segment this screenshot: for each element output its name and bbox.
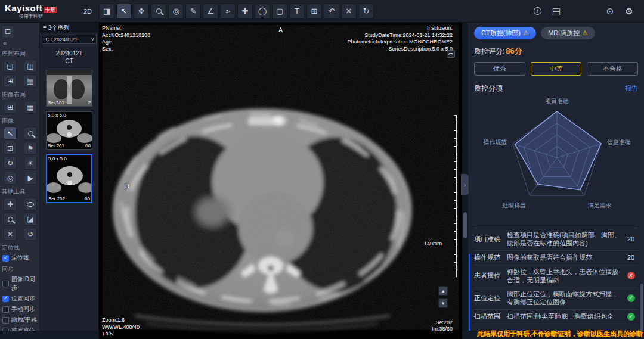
qc-score: 质控评分:86分 bbox=[474, 46, 638, 57]
other-eraser-tool[interactable]: ◪ bbox=[24, 213, 37, 226]
study-selector-value: ,CT,20240121 bbox=[44, 36, 78, 42]
other-comment-tool[interactable] bbox=[24, 198, 37, 211]
series-position-overlay: Se:202 Im:38/60 bbox=[432, 319, 453, 333]
top-toolbar: Kayisoft 卡耀 仅用于科研 2D ◨ ↖ ✥ ◎ ✎ ∠ ➣ ✚ ◯ ▢… bbox=[0, 0, 644, 23]
window-level-tool[interactable]: ◨ bbox=[99, 4, 114, 19]
undo-tool[interactable]: ↶ bbox=[324, 4, 339, 19]
sync-zoom-pan-label: 缩放/平移 bbox=[11, 316, 37, 324]
about-icon[interactable]: ⊙ bbox=[602, 4, 618, 19]
grade-medium-button[interactable]: 中等 bbox=[531, 62, 582, 76]
section-title-series-layout: 序列布局 bbox=[0, 48, 39, 58]
main-viewport[interactable]: PName: AccNO:2401210200 Age: Sex: Instit… bbox=[99, 23, 462, 339]
probe-tool[interactable]: ➣ bbox=[220, 4, 236, 19]
image-target-tool[interactable]: ◎ bbox=[4, 172, 17, 185]
info-icon[interactable]: i bbox=[530, 4, 545, 19]
image-flag-tool[interactable]: ⚑ bbox=[24, 142, 37, 155]
other-close-tool[interactable]: ✕ bbox=[4, 228, 17, 241]
series-count-label: 3个序列 bbox=[48, 24, 70, 32]
series-thumbnail-202[interactable]: 5.0 x 5.0 Ser:202 60 bbox=[46, 154, 92, 203]
add-tool[interactable]: ✚ bbox=[237, 4, 253, 19]
tab-ct-lung-qc[interactable]: CT质控(肺部) ⚠ bbox=[474, 27, 536, 39]
sync-image-id-row[interactable]: 图像ID同步 bbox=[0, 274, 39, 293]
section-title-localizer: 定位线 bbox=[0, 242, 39, 253]
pointer-tool[interactable]: ↖ bbox=[116, 4, 132, 19]
qc-panel-scrollbar[interactable] bbox=[640, 284, 643, 331]
collapse-panel-button[interactable]: « bbox=[1, 39, 12, 46]
ellipse-tool[interactable]: ◯ bbox=[255, 4, 270, 19]
tab-mri-brain-qc[interactable]: MRI脑质控 ⚠ bbox=[541, 27, 595, 39]
slice-down-button[interactable]: ▾ bbox=[438, 298, 448, 308]
ruler-length-label: 140mm bbox=[424, 241, 442, 247]
sync-position-label: 位置同步 bbox=[11, 294, 35, 303]
viewport-scrollbar-handle[interactable] bbox=[463, 212, 467, 238]
qc-table-scrollbar[interactable] bbox=[469, 254, 470, 331]
pass-icon: ✓ bbox=[627, 294, 635, 302]
study-selector-dropdown[interactable]: ,CT,20240121 ˅ bbox=[42, 35, 97, 44]
sync-position-row[interactable]: 位置同步 bbox=[0, 293, 39, 304]
text-tool[interactable]: T bbox=[289, 4, 305, 19]
angle-tool[interactable]: ∠ bbox=[203, 4, 218, 19]
rectangle-tool[interactable]: ▢ bbox=[272, 4, 287, 19]
zoom-tool[interactable] bbox=[151, 4, 166, 19]
study-info-overlay: Institusion: StudyDateTime:2024-01-21 14… bbox=[347, 25, 453, 53]
image-magnifier-tool[interactable] bbox=[24, 127, 37, 140]
grade-excellent-button[interactable]: 优秀 bbox=[474, 62, 525, 76]
qc-table-row: 操作规范 图像的获取是否符合操作规范 20 bbox=[474, 251, 638, 265]
layout-3x3-button[interactable]: ▦ bbox=[24, 74, 37, 88]
layout-2x2-button[interactable]: ⊞ bbox=[4, 74, 17, 88]
image-layout-2x2-button[interactable]: ⊞ bbox=[4, 101, 17, 114]
comment-icon bbox=[27, 202, 34, 207]
rotate-tool[interactable]: ↻ bbox=[358, 4, 374, 19]
ct-axial-image bbox=[99, 23, 462, 339]
svg-text:操作规范: 操作规范 bbox=[483, 139, 507, 145]
panel-toggle-icon[interactable]: ⊟ bbox=[1, 25, 14, 38]
image-brightness-tool[interactable]: ☀ bbox=[24, 157, 37, 170]
sync-window-row[interactable]: 窗宽窗位 bbox=[0, 325, 39, 331]
expand-panel-tab[interactable]: › bbox=[461, 174, 469, 195]
sync-manual-label: 手动同步 bbox=[11, 305, 35, 313]
slice-up-button[interactable]: ▴ bbox=[438, 286, 448, 296]
report-link[interactable]: 报告 bbox=[625, 84, 638, 93]
settings-gear-icon[interactable]: ⚙ bbox=[621, 4, 637, 19]
layout-1x1-button[interactable]: ▢ bbox=[4, 60, 17, 73]
sync-zoom-pan-checkbox[interactable] bbox=[2, 317, 9, 324]
sync-image-id-checkbox[interactable] bbox=[2, 281, 9, 287]
chevron-down-icon: ˅ bbox=[91, 36, 94, 42]
sync-position-checkbox[interactable] bbox=[2, 296, 9, 302]
pan-tool[interactable]: ✥ bbox=[134, 4, 149, 19]
sync-manual-checkbox[interactable] bbox=[2, 306, 9, 313]
svg-text:处理得当: 处理得当 bbox=[502, 202, 526, 209]
other-reset-tool[interactable]: ↺ bbox=[24, 228, 37, 241]
other-zoom-in-tool[interactable] bbox=[4, 213, 17, 226]
delete-tool[interactable]: ✕ bbox=[341, 4, 357, 19]
layout-1x2-button[interactable]: ◫ bbox=[24, 60, 37, 73]
sync-manual-row[interactable]: 手动同步 bbox=[0, 304, 39, 315]
link-sync-button[interactable] bbox=[447, 50, 455, 58]
report-edit-icon[interactable]: ▤ bbox=[549, 4, 564, 19]
image-layout-3x3-button[interactable]: ▦ bbox=[24, 101, 37, 114]
series-thumbnail-101[interactable]: Ser:101 2 bbox=[46, 70, 92, 107]
target-tool[interactable]: ◎ bbox=[168, 4, 184, 19]
thumbnail-image-count: 60 bbox=[85, 196, 90, 201]
left-tool-panel: ⊟ « 序列布局 ▢ ◫ ⊞ ▦ 图像布局 ⊞ ▦ 图像 ↖ ⊡ ⚑ ↻ ☀ ◎… bbox=[0, 23, 40, 331]
image-cine-play-tool[interactable]: ▶ bbox=[24, 172, 37, 185]
grade-unqualified-button[interactable]: 不合格 bbox=[587, 62, 638, 76]
sync-zoom-pan-row[interactable]: 缩放/平移 bbox=[0, 315, 39, 325]
localizer-checkbox-row[interactable]: 定位线 bbox=[0, 253, 39, 263]
patient-info-overlay: PName: AccNO:2401210200 Age: Sex: bbox=[102, 25, 150, 53]
other-add-tool[interactable]: ✚ bbox=[4, 198, 17, 211]
series-thumbnail-201[interactable]: 5.0 x 5.0 Ser:201 60 bbox=[46, 111, 92, 150]
image-rotate-tool[interactable]: ↻ bbox=[4, 157, 17, 170]
slice-stepper: ▴ ▾ bbox=[438, 286, 448, 308]
qc-panel: CT质控(肺部) ⚠ MRI脑质控 ⚠ 质控评分:86分 优秀 中等 不合格 质… bbox=[468, 23, 644, 331]
qc-score-label: 质控评分: bbox=[474, 47, 504, 55]
image-stack-tool[interactable]: ⊡ bbox=[4, 142, 17, 155]
section-title-sync: 同步 bbox=[0, 263, 39, 274]
layout-grid-tool[interactable]: ⊞ bbox=[306, 4, 322, 19]
image-pointer-tool[interactable]: ↖ bbox=[4, 127, 17, 140]
orientation-r-marker: R bbox=[125, 182, 129, 190]
thumbnail-series-number: Ser:201 bbox=[48, 143, 64, 148]
localizer-checkbox[interactable] bbox=[2, 255, 9, 262]
annotate-tool[interactable]: ✎ bbox=[185, 4, 201, 19]
qc-table-row: 项目准确 检查项目是否准确(项目如脑部、胸部、腹部是否在标准的范围内容) 20 bbox=[474, 228, 638, 251]
